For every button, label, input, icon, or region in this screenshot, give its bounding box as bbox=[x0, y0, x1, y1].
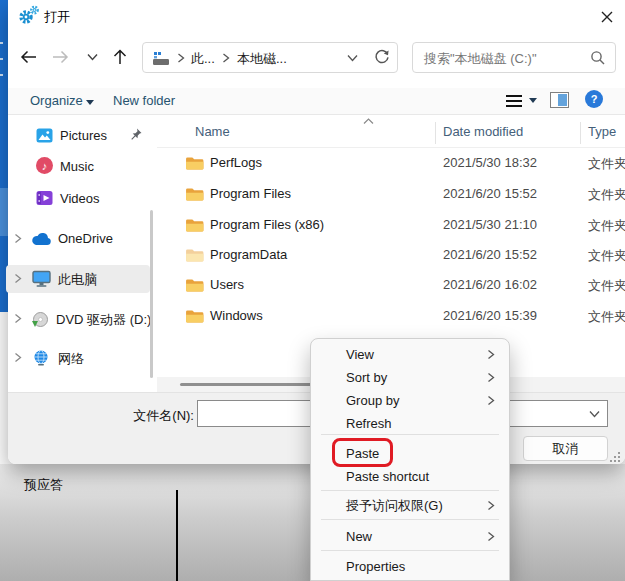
menu-item-sort-by[interactable]: Sort by bbox=[312, 366, 508, 389]
file-name: PerfLogs bbox=[210, 155, 262, 170]
file-name: Program Files bbox=[210, 186, 291, 201]
file-date: 2021/6/20 15:52 bbox=[443, 247, 537, 262]
menu-item-properties[interactable]: Properties bbox=[312, 555, 508, 578]
sidebar-item-this-pc[interactable]: 此电脑 bbox=[6, 265, 150, 293]
network-icon bbox=[32, 349, 50, 367]
refresh-button[interactable] bbox=[373, 48, 391, 66]
background-divider-line bbox=[176, 490, 178, 581]
menu-item-paste[interactable]: Paste bbox=[312, 442, 508, 465]
table-row[interactable]: Program Files (x86) 2021/5/30 21:10 文件夹 bbox=[165, 210, 620, 240]
menu-item-view[interactable]: View bbox=[312, 343, 508, 366]
file-date: 2021/6/20 15:52 bbox=[443, 186, 537, 201]
submenu-chevron-icon bbox=[487, 349, 495, 360]
view-mode-dropdown-icon[interactable] bbox=[529, 98, 537, 103]
file-type: 文件夹 bbox=[588, 186, 625, 204]
cancel-button[interactable]: 取消 bbox=[523, 436, 608, 461]
table-row[interactable]: PerfLogs 2021/5/30 18:32 文件夹 bbox=[165, 148, 620, 178]
file-date: 2021/5/30 18:32 bbox=[443, 155, 537, 170]
table-row[interactable]: Users 2021/6/20 16:02 文件夹 bbox=[165, 270, 620, 300]
sidebar-item-network[interactable]: 网络 bbox=[8, 344, 156, 372]
close-button[interactable] bbox=[595, 6, 619, 28]
table-row[interactable]: ProgramData 2021/6/20 15:52 文件夹 bbox=[165, 240, 620, 270]
combo-chevron-down-icon[interactable] bbox=[589, 410, 600, 418]
breadcrumb-chevron-icon bbox=[222, 53, 230, 63]
drive-icon bbox=[152, 51, 171, 66]
forward-button[interactable] bbox=[48, 45, 72, 69]
menu-separator bbox=[321, 519, 499, 520]
column-header-name[interactable]: Name bbox=[195, 124, 230, 139]
sort-ascending-icon bbox=[363, 118, 374, 125]
menu-separator bbox=[321, 434, 499, 435]
file-date: 2021/6/20 16:02 bbox=[443, 277, 537, 292]
breadcrumb-local-disk[interactable]: 本地磁... bbox=[237, 50, 287, 68]
refresh-icon bbox=[373, 48, 391, 66]
file-name: ProgramData bbox=[210, 247, 287, 262]
sidebar-item-pictures[interactable]: Pictures bbox=[8, 122, 156, 150]
organize-button[interactable]: Organize bbox=[30, 93, 83, 108]
address-dropdown-button[interactable] bbox=[347, 54, 358, 62]
recent-locations-button[interactable] bbox=[80, 45, 104, 69]
file-type: 文件夹 bbox=[588, 155, 625, 173]
table-row[interactable]: Windows 2021/6/20 15:39 文件夹 bbox=[165, 301, 620, 331]
dialog-title: 打开 bbox=[44, 8, 70, 26]
up-button[interactable] bbox=[108, 45, 132, 69]
chevron-down-icon bbox=[87, 53, 98, 61]
sidebar-item-music[interactable]: ♪ Music bbox=[8, 153, 156, 181]
app-gears-icon bbox=[17, 5, 41, 25]
breadcrumb-chevron-icon bbox=[177, 53, 185, 63]
column-header-type[interactable]: Type bbox=[588, 124, 616, 139]
menu-item-give-access-to[interactable]: 授予访问权限(G) bbox=[312, 494, 508, 517]
organize-dropdown-icon bbox=[86, 100, 94, 105]
new-folder-button[interactable]: New folder bbox=[113, 93, 175, 108]
context-menu: View Sort by Group by Refresh Paste Past… bbox=[310, 338, 510, 581]
menu-item-refresh[interactable]: Refresh bbox=[312, 412, 508, 435]
sidebar-item-dvd-drive[interactable]: DVD 驱动器 (D:) bbox=[8, 305, 156, 333]
file-date: 2021/6/20 15:39 bbox=[443, 308, 537, 323]
sidebar-item-onedrive[interactable]: OneDrive bbox=[8, 225, 156, 253]
menu-separator bbox=[321, 550, 499, 551]
expand-chevron-icon[interactable] bbox=[14, 233, 22, 244]
onedrive-icon bbox=[31, 232, 52, 246]
table-row[interactable]: Program Files 2021/6/20 15:52 文件夹 bbox=[165, 179, 620, 209]
file-name: Users bbox=[210, 277, 244, 292]
back-button[interactable] bbox=[16, 45, 40, 69]
folder-icon bbox=[185, 278, 204, 293]
view-mode-button[interactable] bbox=[506, 92, 522, 110]
expand-chevron-icon[interactable] bbox=[14, 273, 22, 284]
search-icon bbox=[590, 50, 606, 66]
expand-chevron-icon[interactable] bbox=[14, 313, 22, 324]
menu-separator bbox=[321, 490, 499, 491]
pictures-icon bbox=[36, 127, 53, 144]
file-name: Windows bbox=[210, 308, 263, 323]
breadcrumb-this-pc[interactable]: 此... bbox=[191, 50, 215, 68]
column-divider[interactable] bbox=[435, 122, 436, 144]
music-icon: ♪ bbox=[36, 157, 53, 174]
folder-icon-hidden bbox=[185, 248, 204, 263]
resize-grip[interactable] bbox=[608, 450, 621, 463]
submenu-chevron-icon bbox=[487, 372, 495, 383]
menu-item-paste-shortcut[interactable]: Paste shortcut bbox=[312, 465, 508, 488]
background-text: 预应答 bbox=[24, 476, 63, 494]
file-name: Program Files (x86) bbox=[210, 217, 324, 232]
preview-pane-button[interactable] bbox=[550, 92, 569, 108]
file-type: 文件夹 bbox=[588, 217, 625, 235]
file-type: 文件夹 bbox=[588, 247, 625, 265]
sidebar-scrollbar[interactable] bbox=[150, 210, 153, 378]
forward-arrow-icon bbox=[52, 50, 69, 64]
file-type: 文件夹 bbox=[588, 308, 625, 326]
column-divider[interactable] bbox=[580, 122, 581, 144]
menu-item-new[interactable]: New bbox=[312, 525, 508, 548]
sidebar-item-videos[interactable]: Videos bbox=[8, 185, 156, 213]
submenu-chevron-icon bbox=[487, 395, 495, 406]
menu-item-group-by[interactable]: Group by bbox=[312, 389, 508, 412]
videos-icon bbox=[36, 190, 53, 206]
back-arrow-icon bbox=[20, 50, 37, 64]
filename-label: 文件名(N): bbox=[128, 407, 194, 425]
expand-chevron-icon[interactable] bbox=[14, 352, 22, 363]
up-arrow-icon bbox=[113, 49, 127, 65]
column-header-date-modified[interactable]: Date modified bbox=[443, 124, 523, 139]
help-button[interactable]: ? bbox=[585, 90, 603, 108]
this-pc-icon bbox=[32, 270, 51, 288]
folder-icon bbox=[185, 309, 204, 324]
submenu-chevron-icon bbox=[487, 531, 495, 542]
